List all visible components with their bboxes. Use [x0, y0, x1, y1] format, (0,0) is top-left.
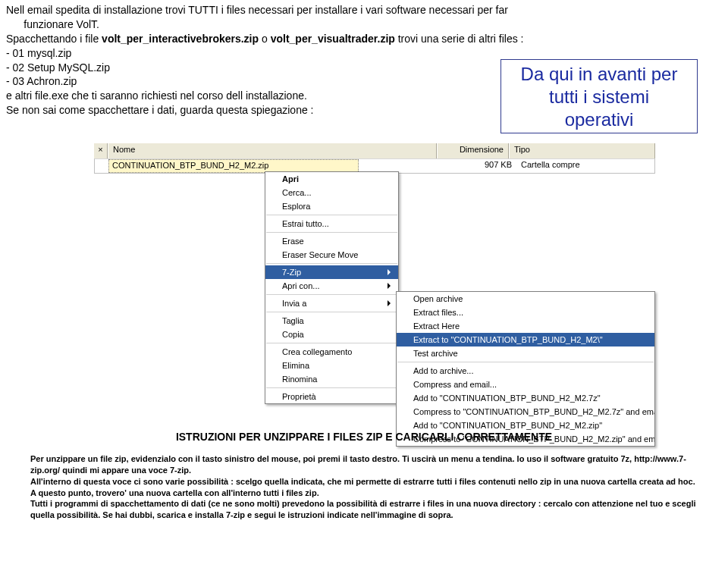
callout-line3: operativi [501, 108, 697, 131]
instructions-p4: Tutti i programmi di spacchettamento di … [30, 498, 698, 521]
instructions-p2: All'interno di questa voce ci sono varie… [30, 476, 698, 488]
callout-box: Da qui in avanti per tutti i sistemi ope… [500, 59, 698, 133]
menu-item[interactable]: Rinomina [265, 372, 398, 386]
col-type[interactable]: Tipo [509, 143, 655, 158]
col-size[interactable]: Dimensione [437, 143, 509, 158]
col-name[interactable]: Nome [108, 143, 437, 158]
menu-item[interactable]: Estrai tutto... [265, 217, 398, 230]
menu-item[interactable]: Elimina [265, 359, 398, 372]
submenu-item[interactable]: Add to "CONTINUATION_BTP_BUND_H2_M2.7z" [397, 391, 654, 405]
context-submenu[interactable]: Open archiveExtract files...Extract Here… [396, 291, 655, 447]
instructions-p3: A questo punto, trovero' una nuova carte… [30, 488, 698, 499]
explorer-screenshot: × Nome Dimensione Tipo CONTINUATION_BTP_… [94, 143, 655, 174]
submenu-item[interactable]: Extract to "CONTINUATION_BTP_BUND_H2_M2\… [397, 333, 654, 347]
menu-separator [397, 362, 654, 362]
menu-separator [266, 343, 397, 343]
submenu-item[interactable]: Extract files... [397, 306, 654, 319]
menu-item[interactable]: Erase [265, 234, 398, 248]
menu-item[interactable]: Proprietà [265, 390, 398, 403]
menu-item[interactable]: 7-Zip [265, 265, 398, 279]
submenu-item[interactable]: Compress to "CONTINUATION_BTP_BUND_H2_M2… [397, 405, 654, 419]
close-icon[interactable]: × [94, 143, 108, 158]
menu-separator [266, 263, 397, 264]
intro-file2: volt_per_visualtrader.zip [271, 33, 395, 45]
instructions: ISTRUZIONI PER UNZIPPARE I FILES ZIP E C… [30, 431, 698, 521]
file-type: Cartella compre [516, 159, 654, 173]
intro-line1a: Nell email spedita di installazione trov… [6, 4, 508, 16]
submenu-item[interactable]: Extract Here [397, 319, 654, 333]
submenu-item[interactable]: Test archive [397, 347, 654, 360]
submenu-item[interactable]: Compress and email... [397, 378, 654, 391]
submenu-item[interactable]: Open archive [397, 292, 654, 306]
callout-line1: Da qui in avanti per [501, 63, 697, 86]
menu-item[interactable]: Apri con... [265, 279, 398, 293]
submenu-item[interactable]: Add to archive... [397, 364, 654, 378]
menu-separator [266, 294, 397, 295]
context-menu[interactable]: ApriCerca...EsploraEstrai tutto...EraseE… [265, 171, 399, 404]
menu-item[interactable]: Taglia [265, 314, 398, 328]
menu-item[interactable]: Crea collegamento [265, 345, 398, 359]
menu-separator [266, 232, 397, 233]
menu-separator [266, 387, 397, 388]
intro-line1b: funzionare VolT. [24, 18, 99, 30]
instructions-p1: Per unzippare un file zip, evidenzialo c… [30, 453, 698, 476]
menu-item[interactable]: Apri [265, 172, 398, 186]
menu-item[interactable]: Esplora [265, 199, 398, 213]
intro-line2b: o [259, 33, 271, 45]
menu-item[interactable]: Eraser Secure Move [265, 248, 398, 262]
instructions-title: ISTRUZIONI PER UNZIPPARE I FILES ZIP E C… [30, 431, 698, 443]
menu-item[interactable]: Invia a [265, 296, 398, 310]
callout-line2: tutti i sistemi [501, 86, 697, 108]
intro-line2a: Spacchettando i file [6, 33, 102, 45]
intro-file1: volt_per_interactivebrokers.zip [102, 33, 259, 45]
explorer-header: × Nome Dimensione Tipo [94, 143, 655, 158]
intro-bullet1: - 01 mysql.zip [6, 46, 722, 61]
menu-item[interactable]: Copia [265, 328, 398, 341]
file-size: 907 KB [454, 159, 516, 173]
intro-line2c: trovi una serie di altri files : [395, 33, 524, 45]
menu-separator [266, 215, 397, 215]
menu-separator [266, 312, 397, 312]
menu-item[interactable]: Cerca... [265, 186, 398, 199]
